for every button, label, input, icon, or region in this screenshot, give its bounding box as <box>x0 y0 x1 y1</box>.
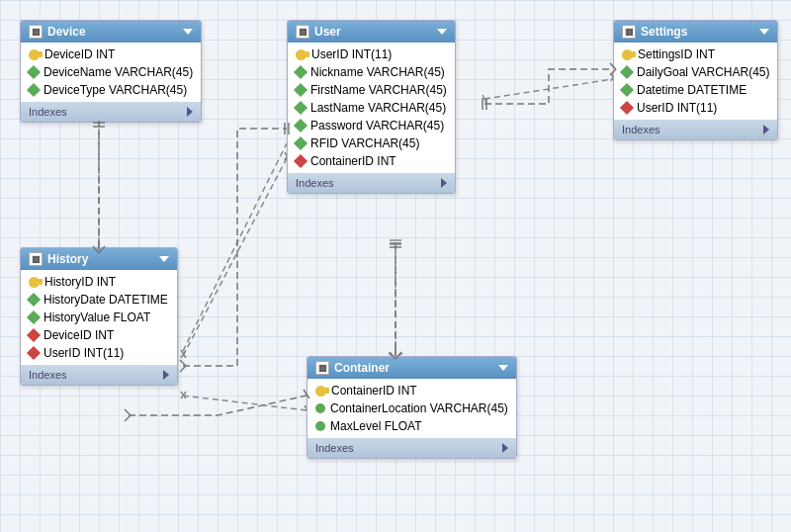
field-containerid: ContainerID INT <box>308 382 516 399</box>
field-historyid: HistoryID INT <box>21 273 177 291</box>
field-userid-fk: UserID INT(11) <box>614 99 777 117</box>
diamond-red-icon <box>294 154 308 168</box>
svg-line-22 <box>181 392 186 399</box>
svg-line-31 <box>180 360 186 366</box>
field-lastname: LastName VARCHAR(45) <box>288 99 455 117</box>
table-user-indexes-label: Indexes <box>296 177 334 189</box>
table-user-footer[interactable]: Indexes <box>288 173 455 193</box>
diamond-icon <box>294 65 308 79</box>
field-deviceid-text: DeviceID INT <box>44 47 115 61</box>
table-device-footer[interactable]: Indexes <box>21 102 201 122</box>
table-container-arrow[interactable] <box>498 365 508 371</box>
field-rfid-text: RFID VARCHAR(45) <box>310 136 419 150</box>
field-containerid-fk: ContainerID INT <box>288 152 455 170</box>
diamond-icon <box>294 136 308 150</box>
svg-line-45 <box>125 409 131 415</box>
table-container-body: ContainerID INT ContainerLocation VARCHA… <box>308 379 516 438</box>
field-userid-fk-text: UserID INT(11) <box>637 101 717 115</box>
field-nickname: Nickname VARCHAR(45) <box>288 63 455 81</box>
table-container-indexes-label: Indexes <box>315 442 354 454</box>
table-history-indexes-label: Indexes <box>29 369 67 381</box>
svg-line-7 <box>181 350 186 358</box>
table-device-arrow[interactable] <box>183 29 193 35</box>
table-device-indexes-label: Indexes <box>29 106 67 118</box>
field-nickname-text: Nickname VARCHAR(45) <box>310 65 445 79</box>
table-device-title: Device <box>47 25 86 39</box>
table-user: ▦ User UserID INT(11) Nickname VARCHAR(4… <box>287 20 456 194</box>
table-settings-arrow[interactable] <box>759 29 769 35</box>
table-settings-footer[interactable]: Indexes <box>614 120 777 139</box>
table-user-arrow[interactable] <box>437 29 447 35</box>
table-history-footer[interactable]: Indexes <box>21 365 177 385</box>
diamond-icon <box>27 83 41 97</box>
table-container: ▦ Container ContainerID INT ContainerLoc… <box>307 356 517 459</box>
field-devicetype-text: DeviceType VARCHAR(45) <box>44 83 187 97</box>
field-dailygoal: DailyGoal VARCHAR(45) <box>614 63 777 81</box>
field-historydate: HistoryDate DATETIME <box>21 291 177 309</box>
field-maxlevel-text: MaxLevel FLOAT <box>330 419 421 433</box>
field-devicename: DeviceName VARCHAR(45) <box>21 63 201 81</box>
svg-line-11 <box>484 79 613 99</box>
field-dailygoal-text: DailyGoal VARCHAR(45) <box>637 65 769 79</box>
field-containerid-text: ContainerID INT <box>331 384 417 398</box>
field-deviceid-fk-text: DeviceID INT <box>44 328 114 342</box>
circle-icon <box>315 403 325 413</box>
field-devicetype: DeviceType VARCHAR(45) <box>21 81 201 99</box>
field-userid-text: UserID INT(11) <box>311 47 392 61</box>
field-userid: UserID INT(11) <box>288 45 455 63</box>
field-settingsid: SettingsID INT <box>614 45 777 63</box>
diamond-icon <box>294 83 308 97</box>
field-history-userid-fk: UserID INT(11) <box>21 344 177 362</box>
table-device: ▦ Device DeviceID INT DeviceName VARCHAR… <box>20 20 202 123</box>
table-container-title: Container <box>334 361 390 375</box>
table-history-icon: ▦ <box>29 252 43 266</box>
table-history-header: ▦ History <box>21 248 177 270</box>
diamond-icon <box>27 65 41 79</box>
table-container-icon: ▦ <box>315 361 329 375</box>
diamond-icon <box>27 293 41 307</box>
field-deviceid: DeviceID INT <box>21 45 201 63</box>
table-history-body: HistoryID INT HistoryDate DATETIME Histo… <box>21 270 177 365</box>
svg-line-46 <box>125 415 131 421</box>
field-historyid-text: HistoryID INT <box>44 275 116 289</box>
field-containerid-fk-text: ContainerID INT <box>310 154 396 168</box>
footer-arrow-icon <box>163 370 169 380</box>
key-icon <box>315 386 326 397</box>
field-password-text: Password VARCHAR(45) <box>310 119 444 133</box>
diamond-icon <box>620 65 634 79</box>
svg-line-8 <box>181 350 186 358</box>
table-device-body: DeviceID INT DeviceName VARCHAR(45) Devi… <box>21 43 201 102</box>
table-device-icon: ▦ <box>29 25 43 39</box>
diamond-red-icon <box>620 101 634 115</box>
table-user-title: User <box>314 25 341 39</box>
table-container-footer[interactable]: Indexes <box>308 438 516 458</box>
diamond-icon <box>294 101 308 115</box>
footer-arrow-icon <box>187 107 193 117</box>
field-containerlocation-text: ContainerLocation VARCHAR(45) <box>330 401 508 415</box>
footer-arrow-icon <box>502 443 508 453</box>
table-settings-indexes-label: Indexes <box>622 124 660 135</box>
footer-arrow-icon <box>763 125 769 134</box>
diamond-red-icon <box>27 346 41 360</box>
table-user-body: UserID INT(11) Nickname VARCHAR(45) Firs… <box>288 43 455 173</box>
field-maxlevel: MaxLevel FLOAT <box>308 417 516 435</box>
table-settings-icon: ▦ <box>622 25 636 39</box>
field-history-userid-fk-text: UserID INT(11) <box>44 346 124 360</box>
table-settings-title: Settings <box>641 25 687 39</box>
table-history: ▦ History HistoryID INT HistoryDate DATE… <box>20 247 178 386</box>
field-password: Password VARCHAR(45) <box>288 117 455 134</box>
diamond-icon <box>620 83 634 97</box>
table-user-icon: ▦ <box>296 25 309 39</box>
table-settings-header: ▦ Settings <box>614 21 777 43</box>
table-history-arrow[interactable] <box>159 256 169 262</box>
table-settings-body: SettingsID INT DailyGoal VARCHAR(45) Dat… <box>614 43 777 120</box>
table-user-header: ▦ User <box>288 21 455 43</box>
table-settings: ▦ Settings SettingsID INT DailyGoal VARC… <box>613 20 778 140</box>
field-datetime-text: Datetime DATETIME <box>637 83 747 97</box>
field-datetime: Datetime DATETIME <box>614 81 777 99</box>
svg-line-6 <box>183 143 287 351</box>
field-historyvalue-text: HistoryValue FLOAT <box>44 310 150 324</box>
footer-arrow-icon <box>441 178 447 188</box>
field-rfid: RFID VARCHAR(45) <box>288 134 455 152</box>
key-icon <box>29 277 40 288</box>
